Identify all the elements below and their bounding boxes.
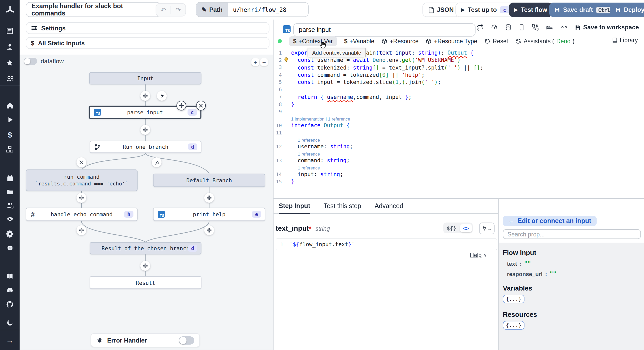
discord-icon[interactable] xyxy=(0,286,20,294)
library-button[interactable]: Library xyxy=(612,37,638,43)
help-link[interactable]: Help ∨ xyxy=(470,252,487,258)
dataflow-toggle[interactable] xyxy=(24,58,37,65)
package-icon xyxy=(426,38,432,44)
home-icon[interactable] xyxy=(0,101,20,110)
voicemail-icon[interactable] xyxy=(560,24,568,30)
tab-test-this-step[interactable]: Test this step xyxy=(324,199,361,213)
settings-gear-icon[interactable] xyxy=(0,230,20,238)
users-icon[interactable] xyxy=(0,75,20,83)
node-branch-result[interactable]: Result of the chosen branch d xyxy=(90,242,201,254)
node-print-help[interactable]: TS print help e xyxy=(153,208,265,221)
code-line-5: 5 const input = tokenized.slice(1,).join… xyxy=(274,78,644,86)
zoom-out-button[interactable]: − xyxy=(260,58,268,66)
code-lines[interactable]: 1export async function main(text_input: … xyxy=(274,49,644,185)
node-run-command-branch[interactable]: run command `results.c.command === 'echo… xyxy=(26,169,138,191)
calendar-icon[interactable] xyxy=(0,175,20,182)
node-handle-echo-command[interactable]: # handle echo command h xyxy=(26,208,138,221)
move-node-button[interactable] xyxy=(176,101,186,110)
step-id-badge: h xyxy=(124,211,133,218)
step-id-badge: d xyxy=(188,143,197,150)
node-default-branch[interactable]: Default Branch xyxy=(153,174,265,187)
node-result[interactable]: Result xyxy=(90,276,201,289)
tab-advanced[interactable]: Advanced xyxy=(375,199,403,213)
add-step-button[interactable] xyxy=(140,125,150,135)
smartphone-icon[interactable] xyxy=(518,24,525,31)
lightbulb-icon[interactable] xyxy=(284,57,289,63)
node-run-one-branch[interactable]: Run one branch d xyxy=(90,141,201,153)
connect-input-button[interactable]: → xyxy=(479,223,495,234)
delete-node-button[interactable] xyxy=(196,101,206,110)
building-icon[interactable] xyxy=(0,27,20,35)
error-handler-row[interactable]: Error Handler xyxy=(91,333,200,347)
toolbar-assistants[interactable]: Assistants (Deno) xyxy=(515,38,575,44)
folder-icon[interactable] xyxy=(0,188,20,196)
toolbar-context-var[interactable]: $+Context Var xyxy=(289,36,337,46)
node-input[interactable]: Input xyxy=(89,72,201,84)
code-mode-button[interactable]: <> xyxy=(460,224,472,232)
save-to-workspace-button[interactable]: Save to workspace xyxy=(575,24,639,31)
template-mode-button[interactable]: ${} xyxy=(444,224,459,232)
editor-header-icons: Save to workspace xyxy=(477,24,639,31)
phone-incoming-icon[interactable] xyxy=(532,24,539,31)
variables-object-chip[interactable]: {...} xyxy=(503,295,524,303)
repeat-icon[interactable] xyxy=(477,24,484,31)
settings-row[interactable]: Settings xyxy=(26,22,269,34)
path-input[interactable]: u/henri/flow_28 xyxy=(228,3,308,16)
tab-step-input[interactable]: Step Input xyxy=(279,199,310,213)
flow-input-prop-response_url[interactable]: response_url:"" xyxy=(507,270,640,277)
eye-icon[interactable] xyxy=(0,215,20,223)
remove-branch-button[interactable] xyxy=(77,157,86,167)
expression-editor[interactable]: 1 `${flow_input.text}` xyxy=(276,238,497,250)
bed-icon[interactable] xyxy=(546,24,553,31)
codelens-link[interactable]: 1 reference xyxy=(274,164,644,170)
json-button[interactable]: JSON xyxy=(422,3,459,17)
toolbar-resource-type[interactable]: +Resource Type xyxy=(426,38,477,44)
play-icon[interactable] xyxy=(0,116,20,124)
github-icon[interactable] xyxy=(0,300,20,309)
windmill-flow-editor: $→ Example handler for slack bot command… xyxy=(0,0,644,350)
flow-title-input[interactable]: Example handler for slack bot commands xyxy=(26,2,161,17)
worker-group-icon[interactable] xyxy=(0,201,20,210)
all-static-inputs-row[interactable]: $ All Static Inputs xyxy=(26,37,269,49)
toolbar-reset[interactable]: Reset xyxy=(485,38,508,44)
resources-object-chip[interactable]: {...} xyxy=(503,321,524,330)
boxes-icon[interactable] xyxy=(0,145,20,153)
test-up-to-button[interactable]: ▶ Test up to c xyxy=(455,3,515,17)
toolbar-resource[interactable]: +Resource xyxy=(382,38,419,44)
add-step-button[interactable] xyxy=(204,193,214,203)
add-step-button[interactable] xyxy=(140,261,150,271)
test-flow-button[interactable]: ▶ Test flow xyxy=(509,3,552,17)
error-handler-toggle[interactable] xyxy=(179,336,194,344)
status-dot xyxy=(278,39,282,43)
prop-search-input[interactable]: Search prop... xyxy=(503,229,641,239)
zoom-in-button[interactable]: + xyxy=(251,58,259,66)
add-branch-button[interactable] xyxy=(152,157,162,167)
arrow-right-icon[interactable]: → xyxy=(0,336,20,345)
robot-icon[interactable] xyxy=(0,244,20,251)
trigger-lightning-button[interactable] xyxy=(157,91,167,101)
gauge-icon[interactable] xyxy=(490,24,498,31)
add-step-button[interactable] xyxy=(140,91,150,101)
codelens-link[interactable]: 1 implementation | 1 reference xyxy=(274,115,644,122)
edit-or-connect-button[interactable]: ← Edit or connect an input xyxy=(503,216,596,226)
user-icon[interactable] xyxy=(0,43,20,51)
add-step-button[interactable] xyxy=(77,225,86,235)
dataflow-toggle-row: dataflow xyxy=(24,58,64,65)
book-icon[interactable] xyxy=(0,272,20,280)
star-icon[interactable] xyxy=(0,59,20,67)
edit-path-button[interactable]: ✎ Path xyxy=(196,3,228,16)
database-icon[interactable] xyxy=(505,24,512,31)
flow-input-prop-text[interactable]: text:"" xyxy=(507,260,640,267)
dollar-icon[interactable]: $ xyxy=(0,130,20,139)
flow-canvas[interactable]: dataflow + − Input TS parse input c xyxy=(20,55,273,350)
step-name-input[interactable]: parse input xyxy=(293,23,476,37)
deploy-button[interactable]: Deploy ∨ xyxy=(610,3,644,17)
codelens-link[interactable]: 1 reference xyxy=(274,150,644,157)
add-step-button[interactable] xyxy=(204,225,214,235)
codelens-link[interactable]: 1 reference xyxy=(274,136,644,143)
add-step-button[interactable] xyxy=(77,193,86,203)
undo-button[interactable]: ↶ xyxy=(156,6,171,14)
toolbar-variable[interactable]: $+Variable xyxy=(344,38,374,44)
redo-button[interactable]: ↷ xyxy=(171,6,185,14)
moon-icon[interactable] xyxy=(0,319,20,327)
